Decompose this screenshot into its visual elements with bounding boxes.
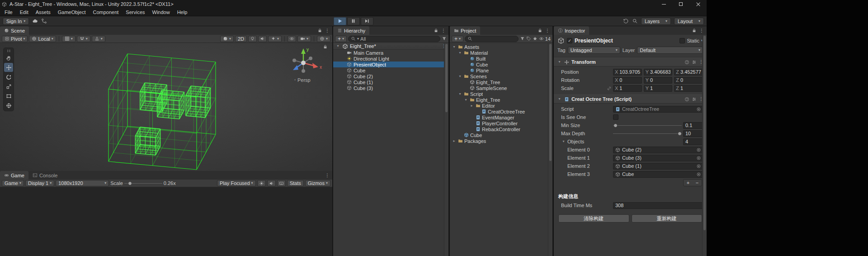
maximize-button[interactable]	[672, 0, 689, 8]
project-item[interactable]: ▾Material	[450, 50, 552, 56]
octree-component-header[interactable]: ▾ Creat Octree Tree (Script) ⋮	[554, 95, 707, 104]
filter-icon[interactable]	[442, 36, 447, 41]
element-object-field[interactable]: Cube (3)	[613, 155, 703, 161]
scene-visibility-toggle[interactable]	[288, 36, 296, 42]
rotation-y-field[interactable]: Y0	[644, 77, 673, 84]
display-dropdown[interactable]: Display 1▾	[25, 180, 54, 186]
search-by-label-icon[interactable]	[526, 36, 531, 41]
lock-icon[interactable]	[538, 28, 542, 33]
help-icon[interactable]	[684, 60, 689, 65]
projection-mode[interactable]: ‹ Persp	[282, 77, 323, 83]
slider-knob[interactable]	[613, 123, 618, 128]
build-time-field[interactable]: 308	[613, 202, 703, 209]
rotation-z-field[interactable]: Z0	[674, 77, 703, 84]
remove-element-button[interactable]: −	[693, 180, 702, 186]
project-item[interactable]: ▸Editor	[450, 103, 552, 109]
preset-icon[interactable]	[692, 97, 697, 102]
panel-menu-icon[interactable]: ⋮	[441, 28, 446, 33]
panel-menu-icon[interactable]: ⋮	[699, 28, 704, 33]
pause-button[interactable]	[347, 17, 360, 25]
mute-audio-toggle[interactable]	[267, 180, 276, 186]
scrollbar-thumb[interactable]	[445, 44, 448, 112]
add-element-button[interactable]: +	[684, 180, 693, 186]
project-item[interactable]: RebackController	[450, 126, 552, 132]
clear-build-button[interactable]: 清除构建	[558, 214, 629, 223]
scale-x-field[interactable]: X1	[613, 85, 642, 92]
menu-help[interactable]: Help	[174, 8, 191, 16]
transform-tool-button[interactable]	[4, 101, 13, 110]
scale-tool-button[interactable]	[4, 82, 13, 91]
menu-assets[interactable]: Assets	[32, 8, 54, 16]
slider-knob[interactable]	[128, 181, 132, 185]
hierarchy-item[interactable]: Cube	[333, 67, 448, 73]
create-add-button[interactable]: +▾	[335, 36, 347, 42]
scene-effects-dropdown[interactable]: ▾	[268, 36, 282, 42]
hierarchy-scrollbar[interactable]	[444, 43, 448, 256]
scrollbar-thumb[interactable]	[549, 44, 552, 161]
position-z-field[interactable]: Z3.452577	[674, 69, 703, 76]
project-item[interactable]: Built	[450, 56, 552, 62]
scrollbar-thumb[interactable]	[703, 36, 706, 230]
minimize-button[interactable]	[655, 0, 672, 8]
create-add-button[interactable]: +▾	[452, 36, 463, 42]
grid-visibility-dropdown[interactable]: ▾	[62, 36, 75, 42]
project-item[interactable]: PlayerController	[450, 120, 552, 126]
tag-dropdown[interactable]: Untagged▾	[568, 47, 620, 54]
layer-dropdown[interactable]: Default▾	[637, 47, 703, 54]
project-item[interactable]: ▾Eight_Tree	[450, 97, 552, 103]
array-size-field[interactable]: 4	[683, 138, 703, 145]
slider[interactable]	[613, 130, 682, 137]
vsync-toggle[interactable]	[257, 180, 266, 186]
project-scrollbar[interactable]	[548, 43, 552, 256]
project-item[interactable]: SampleScene	[450, 85, 552, 91]
resolution-dropdown[interactable]: 1080x1920▾	[56, 180, 109, 186]
foldout-expanded-icon[interactable]: ▾	[458, 75, 462, 78]
scene-gizmos-dropdown[interactable]: ▾	[317, 36, 330, 42]
rotate-tool-button[interactable]	[4, 72, 13, 81]
panel-menu-icon[interactable]: ⋮	[545, 28, 550, 33]
menu-services[interactable]: Services	[122, 8, 148, 16]
menu-window[interactable]: Window	[149, 8, 174, 16]
foldout-expanded-icon[interactable]: ▾	[458, 51, 462, 55]
hierarchy-item[interactable]: Directional Light	[333, 56, 448, 62]
position-y-field[interactable]: Y3.406683	[644, 69, 673, 76]
project-item[interactable]: Cube	[450, 62, 552, 67]
play-button[interactable]	[334, 17, 346, 25]
project-item[interactable]: ▾Assets	[450, 44, 552, 50]
cloud-icon[interactable]	[32, 18, 38, 24]
hierarchy-search-input[interactable]: ▾ All	[348, 36, 440, 42]
project-item[interactable]: Plane	[450, 67, 552, 73]
foldout-expanded-icon[interactable]: ▾	[335, 44, 340, 48]
metrics-grid-button[interactable]	[277, 180, 286, 186]
scene-viewport[interactable]: y x ‹ Persp	[0, 43, 332, 171]
project-item[interactable]: Cube	[450, 132, 552, 138]
checkbox[interactable]	[613, 114, 618, 120]
element-object-field[interactable]: Cube	[613, 171, 703, 178]
play-focused-dropdown[interactable]: Play Focused▾	[217, 180, 256, 186]
foldout-expanded-icon[interactable]: ▾	[561, 140, 566, 143]
save-search-icon[interactable]	[533, 36, 538, 41]
tool-handle-rotation-dropdown[interactable]: Local ▾	[29, 36, 56, 42]
project-item[interactable]: ▾Script	[450, 91, 552, 97]
hierarchy-item[interactable]: PresientObject	[333, 62, 448, 67]
value-field[interactable]: 0.1	[683, 122, 703, 129]
lock-icon[interactable]	[317, 28, 322, 33]
2d-view-toggle[interactable]: 2D	[235, 36, 247, 42]
search-by-type-icon[interactable]	[520, 36, 525, 41]
hierarchy-scene-row[interactable]: ▾ Eight_Tree* ⋮	[333, 43, 448, 50]
element-object-field[interactable]: Cube (1)	[613, 163, 703, 170]
foldout-expanded-icon[interactable]: ▾	[458, 92, 462, 96]
sign-in-button[interactable]: Sign In ▾	[3, 18, 29, 25]
scale-y-field[interactable]: Y1	[644, 85, 673, 92]
layout-dropdown[interactable]: Layout ▾	[674, 18, 704, 25]
project-search-input[interactable]	[465, 36, 519, 42]
axis-gizmo[interactable]: y x	[282, 47, 323, 76]
object-picker-icon[interactable]	[696, 164, 701, 169]
preset-icon[interactable]	[692, 60, 697, 65]
rotation-x-field[interactable]: X0	[613, 77, 642, 84]
inspector-scrollbar[interactable]	[702, 35, 707, 256]
rebuild-button[interactable]: 重新构建	[632, 214, 703, 223]
foldout-expanded-icon[interactable]: ▾	[463, 98, 468, 102]
move-tool-button[interactable]	[4, 63, 13, 72]
value-field[interactable]: 10	[683, 130, 703, 137]
